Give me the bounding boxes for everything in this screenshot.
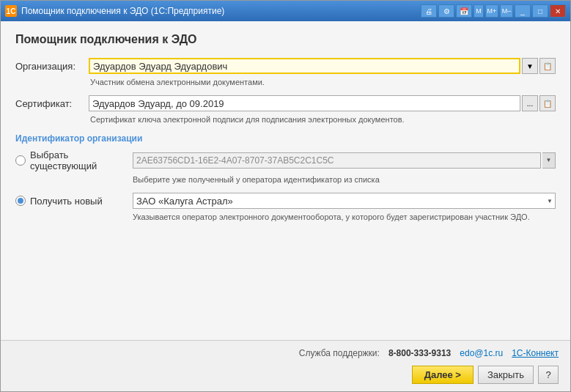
window-title: Помощник подключения к ЭДО (1С:Предприят… bbox=[21, 6, 416, 16]
choose-existing-row: Выбрать существующий 2AE63756CD1-16E2-4A… bbox=[15, 149, 556, 171]
certificate-input[interactable] bbox=[89, 95, 520, 111]
operator-select-wrap: ЗАО «Калуга Астрал» bbox=[133, 193, 556, 209]
certificate-open-btn[interactable]: 📋 bbox=[539, 95, 556, 111]
footer: Служба поддержки: 8-800-333-9313 edo@1c.… bbox=[1, 340, 570, 391]
maximize-button[interactable]: □ bbox=[532, 4, 548, 18]
close-button[interactable]: Закрыть bbox=[478, 366, 534, 384]
organization-control: ▼ 📋 bbox=[89, 58, 556, 74]
main-window: 1C Помощник подключения к ЭДО (1С:Предпр… bbox=[0, 0, 571, 392]
m-minus-button[interactable]: M– bbox=[500, 4, 513, 18]
app-icon: 1C bbox=[5, 5, 17, 17]
content-area: Помощник подключения к ЭДО Организация: … bbox=[1, 21, 570, 340]
organization-hint: Участник обмена электронными документами… bbox=[90, 77, 556, 88]
organization-row: Организация: ▼ 📋 bbox=[15, 58, 556, 74]
print-button[interactable]: 🖨 bbox=[421, 4, 437, 18]
support-1c-link[interactable]: 1С-Коннект bbox=[512, 348, 559, 358]
organization-open-btn[interactable]: 📋 bbox=[539, 58, 556, 74]
window-controls: 🖨 ⚙ 📅 M M+ M– _ □ ✕ bbox=[421, 4, 566, 18]
support-email-link[interactable]: edo@1c.ru bbox=[460, 348, 503, 358]
minimize-button[interactable]: _ bbox=[515, 4, 531, 18]
choose-existing-label-wrap: Выбрать существующий bbox=[15, 149, 133, 171]
operator-select[interactable]: ЗАО «Калуга Астрал» bbox=[133, 193, 556, 209]
certificate-label: Сертификат: bbox=[15, 98, 89, 109]
get-new-label: Получить новый bbox=[30, 196, 103, 207]
settings-button[interactable]: ⚙ bbox=[438, 4, 454, 18]
support-row: Служба поддержки: 8-800-333-9313 edo@1c.… bbox=[12, 348, 559, 358]
existing-identifier-arrow[interactable]: ▼ bbox=[542, 152, 556, 169]
existing-identifier-input: 2AE63756CD1-16E2-4A07-8707-37AB5C2C1C5C bbox=[133, 152, 541, 169]
identifier-section-title: Идентификатор организации bbox=[15, 133, 556, 144]
organization-dropdown-btn[interactable]: ▼ bbox=[522, 58, 538, 74]
organization-input[interactable] bbox=[89, 58, 520, 74]
help-button[interactable]: ? bbox=[538, 366, 559, 384]
certificate-hint: Сертификат ключа электронной подписи для… bbox=[90, 114, 556, 125]
existing-hint: Выберите уже полученный у оператора иден… bbox=[133, 174, 556, 185]
choose-existing-label: Выбрать существующий bbox=[30, 149, 133, 171]
certificate-dots-btn[interactable]: ... bbox=[522, 95, 538, 111]
support-phone: 8-800-333-9313 bbox=[388, 348, 451, 358]
certificate-control: ... 📋 bbox=[89, 95, 556, 111]
operator-wrap: ЗАО «Калуга Астрал» bbox=[133, 193, 556, 209]
operator-hint: Указывается оператор электронного докуме… bbox=[133, 212, 556, 223]
calendar-button[interactable]: 📅 bbox=[456, 4, 472, 18]
existing-identifier-wrap: 2AE63756CD1-16E2-4A07-8707-37AB5C2C1C5C … bbox=[133, 152, 556, 169]
title-bar: 1C Помощник подключения к ЭДО (1С:Предпр… bbox=[1, 1, 570, 21]
get-new-label-wrap: Получить новый bbox=[15, 196, 133, 207]
get-new-row: Получить новый ЗАО «Калуга Астрал» bbox=[15, 193, 556, 209]
choose-existing-radio[interactable] bbox=[15, 155, 26, 166]
next-button[interactable]: Далее > bbox=[412, 366, 474, 384]
button-row: Далее > Закрыть ? bbox=[12, 366, 559, 384]
close-button[interactable]: ✕ bbox=[550, 4, 566, 18]
m-button[interactable]: M bbox=[474, 4, 484, 18]
page-title: Помощник подключения к ЭДО bbox=[15, 33, 556, 46]
organization-label: Организация: bbox=[15, 61, 89, 72]
m-plus-button[interactable]: M+ bbox=[485, 4, 498, 18]
certificate-row: Сертификат: ... 📋 bbox=[15, 95, 556, 111]
get-new-radio[interactable] bbox=[15, 196, 26, 206]
support-label: Служба поддержки: bbox=[299, 348, 380, 358]
